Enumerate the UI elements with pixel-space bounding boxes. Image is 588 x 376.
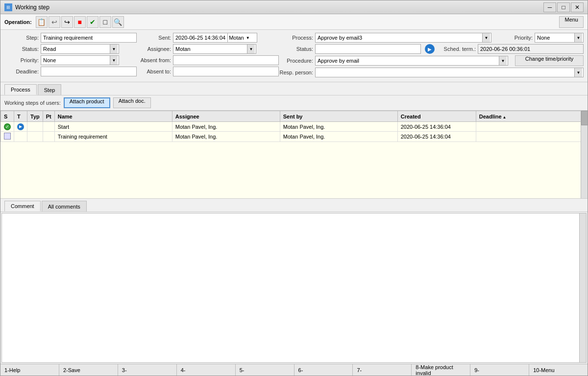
status-select-arrow: ▼ [110, 45, 118, 53]
bottom-tabs: Comment All comments [0, 199, 588, 212]
absent-to-input[interactable] [173, 67, 279, 76]
status-item-5[interactable]: 5- [236, 364, 294, 376]
toolbar-btn-1[interactable]: 📋 [36, 16, 48, 28]
cell-typ-1 [27, 122, 43, 132]
priority-select-arrow: ▼ [110, 56, 118, 65]
toolbar: Operation: 📋 ↩ ↪ ■ ✔ □ 🔍 Menu [0, 14, 588, 30]
cell-t-1: ▶ [14, 122, 27, 132]
status-item-save[interactable]: 2-Save [59, 364, 118, 376]
status-item-4[interactable]: 4- [177, 364, 236, 376]
absent-from-input[interactable] [173, 55, 279, 65]
cell-pt-2 [43, 132, 54, 142]
absent-to-label: Absent to: [137, 69, 171, 74]
step-input[interactable]: Training requirement [41, 33, 137, 43]
priority2-label: Priority: [498, 35, 533, 41]
priority-select[interactable]: None ▼ [41, 55, 119, 65]
status2-input[interactable] [315, 44, 421, 54]
close-button[interactable]: ✕ [571, 2, 584, 12]
resp-person-label: Resp. person: [279, 70, 313, 75]
status-bar: 1-Help 2-Save 3- 4- 5- 6- 7- 8-Make prod… [0, 364, 588, 376]
tab-all-comments[interactable]: All comments [42, 201, 87, 212]
priority2-select[interactable]: None ▼ [535, 33, 584, 43]
cell-created-1: 2020-06-25 14:36:04 [397, 122, 476, 132]
deadline-label: Deadline: [4, 69, 39, 74]
col-header-sentby[interactable]: Sent by [280, 111, 397, 122]
toolbar-btn-5[interactable]: ✔ [87, 16, 98, 28]
form-col-2: Sent: 2020-06-25 14:36:04 Motan ▼ Assign… [137, 33, 279, 79]
status2-label: Status: [279, 46, 313, 52]
assignee-select-arrow: ▼ [247, 45, 255, 53]
procedure-select-arrow: ▼ [499, 56, 507, 65]
status-arrow-button[interactable]: ▶ [425, 44, 435, 54]
scrollbar-thumb[interactable] [581, 111, 588, 125]
change-time-button[interactable]: Change time/priority [515, 55, 584, 66]
absent-from-label: Absent from: [137, 57, 171, 63]
sched-term-input: 2020-06-26 00:36:01 [478, 44, 584, 54]
content-area: Working steps of users: Attach product A… [0, 95, 588, 364]
col-header-created[interactable]: Created [397, 111, 476, 122]
cell-t-2 [14, 132, 27, 142]
col-header-assignee[interactable]: Assignee [172, 111, 280, 122]
cell-assignee-2: Motan Pavel, Ing. [172, 132, 280, 142]
tab-comment[interactable]: Comment [4, 201, 41, 212]
step-label: Step: [4, 35, 39, 41]
toolbar-btn-6[interactable]: □ [99, 16, 111, 28]
comment-scrollbar[interactable] [579, 213, 586, 362]
tab-process[interactable]: Process [4, 84, 37, 95]
procedure-select[interactable]: Approve by email ▼ [315, 56, 508, 66]
col-header-t: T [14, 111, 27, 122]
step-box-icon [4, 133, 11, 140]
form-section: Step: Training requirement Status: Read … [0, 30, 588, 82]
status-check-icon: ✓ [4, 123, 11, 130]
status-item-make-invalid[interactable]: 8-Make product invalid [412, 364, 470, 376]
status-item-9[interactable]: 9- [470, 364, 529, 376]
cell-s-2 [1, 132, 14, 142]
col-header-s: S [1, 111, 14, 122]
table-row[interactable]: Training requirement Motan Pavel, Ing. M… [1, 132, 588, 142]
table-scrollbar[interactable] [581, 111, 588, 198]
assignee-select[interactable]: Motan ▼ [173, 44, 256, 54]
toolbar-btn-4[interactable]: ■ [74, 16, 86, 28]
cell-sentby-1: Motan Pavel, Ing. [280, 122, 397, 132]
priority2-select-arrow: ▼ [574, 33, 582, 42]
play-icon: ▶ [17, 123, 24, 130]
deadline-input[interactable] [41, 67, 137, 76]
window-title: Working step [15, 4, 540, 11]
status-item-3[interactable]: 3- [118, 364, 177, 376]
toolbar-btn-2[interactable]: ↩ [49, 16, 60, 28]
attach-product-button[interactable]: Attach product [64, 97, 110, 108]
operation-label: Operation: [4, 19, 32, 25]
form-col-1: Step: Training requirement Status: Read … [4, 33, 137, 79]
status-label: Status: [4, 46, 39, 52]
minimize-button[interactable]: ─ [543, 2, 556, 12]
menu-button[interactable]: Menu [559, 16, 584, 28]
toolbar-btn-3[interactable]: ↪ [61, 16, 73, 28]
cell-created-2: 2020-06-25 14:36:04 [397, 132, 476, 142]
maximize-button[interactable]: □ [557, 2, 570, 12]
sent-group: 2020-06-25 14:36:04 Motan ▼ [173, 33, 257, 43]
process-select[interactable]: Approve by email3 ▼ [315, 33, 491, 43]
main-window: ⊞ Working step ─ □ ✕ Operation: 📋 ↩ ↪ ■ … [0, 0, 588, 376]
sent-date: 2020-06-25 14:36:04 [173, 33, 228, 43]
status-item-menu[interactable]: 10-Menu [529, 364, 588, 376]
cell-assignee-1: Motan Pavel, Ing. [172, 122, 280, 132]
sent-person-select[interactable]: Motan ▼ [228, 33, 257, 43]
assignee-label: Assignee: [137, 46, 171, 52]
status-item-7[interactable]: 7- [353, 364, 412, 376]
process-select-arrow: ▼ [482, 33, 490, 42]
resp-person-select[interactable]: ▼ [315, 68, 584, 77]
status-item-help[interactable]: 1-Help [0, 364, 59, 376]
sched-term-label: Sched. term.: [441, 46, 476, 52]
toolbar-btn-search[interactable]: 🔍 [112, 16, 124, 28]
status-select[interactable]: Read ▼ [41, 44, 119, 54]
working-steps-bar: Working steps of users: Attach product A… [0, 95, 588, 111]
status-item-6[interactable]: 6- [294, 364, 353, 376]
comment-area[interactable] [1, 213, 587, 363]
attach-doc-button[interactable]: Attach doc. [113, 97, 151, 108]
col-header-name[interactable]: Name [54, 111, 172, 122]
tab-step[interactable]: Step [38, 84, 62, 95]
cell-deadline-2 [476, 132, 587, 142]
table-row[interactable]: ✓ ▶ Start Motan Pavel, Ing. Motan Pavel,… [1, 122, 588, 132]
process-label: Process: [279, 35, 313, 41]
col-header-deadline[interactable]: Deadline▲ [476, 111, 587, 122]
